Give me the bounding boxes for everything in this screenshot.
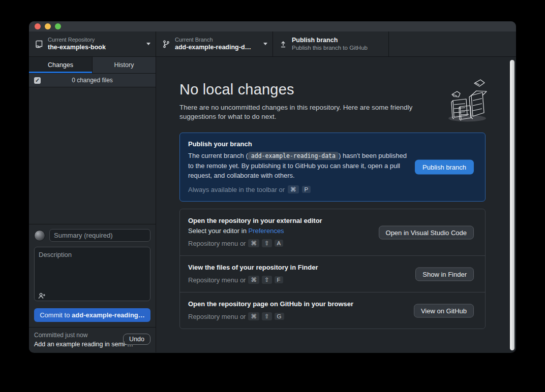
paper-stack-illustration	[445, 77, 489, 126]
footer-text: Always available in the toolbar or	[188, 186, 285, 193]
publish-branch-button[interactable]: Publish branch	[415, 160, 474, 175]
kbd-cmd: ⌘	[248, 239, 259, 247]
minimize-window-button[interactable]	[45, 23, 51, 29]
publish-card-body: The current branch (add-example-reading-…	[188, 151, 413, 180]
kbd-a: A	[275, 240, 284, 247]
commit-description-input[interactable]	[34, 247, 150, 301]
description-wrap	[34, 247, 150, 303]
sidebar-tabs: Changes History	[29, 57, 156, 74]
toolbar-empty-space	[389, 31, 516, 56]
publish-text: Publish branch Publish this branch to Gi…	[292, 36, 368, 52]
kbd-cmd: ⌘	[248, 276, 259, 284]
suggested-actions-list: Open the repository in your external edi…	[179, 209, 486, 329]
window-titlebar	[29, 21, 516, 31]
screenshot-stage: Current Repository the-examples-book Cur…	[0, 0, 545, 392]
commit-form: Commit to add-example-reading…	[29, 224, 156, 327]
shortcut-text: Repository menu or	[188, 313, 246, 320]
repo-name: the-examples-book	[48, 44, 106, 51]
commit-summary-input[interactable]	[49, 229, 150, 242]
suggestion-title: Open the repository in your external edi…	[188, 217, 477, 224]
chevron-down-icon	[146, 43, 150, 45]
kbd-cmd: ⌘	[248, 312, 259, 320]
chevron-down-icon	[263, 43, 267, 45]
kbd-shift: ⇧	[262, 276, 272, 284]
changed-files-header[interactable]: ✓ 0 changed files	[29, 74, 156, 87]
upload-arrow-icon	[279, 40, 287, 48]
kbd-shift: ⇧	[262, 312, 272, 320]
branch-label: Current Branch	[175, 37, 251, 43]
undo-commit-banner: Committed just now Add an example readin…	[29, 327, 156, 352]
commit-button-prefix: Commit to	[40, 311, 72, 319]
subtitle-text: Select your editor in	[188, 227, 249, 235]
kbd-g: G	[275, 313, 284, 320]
page-subtitle: There are no uncommitted changes in this…	[179, 103, 446, 121]
tab-history[interactable]: History	[92, 57, 156, 73]
commit-button[interactable]: Commit to add-example-reading…	[34, 308, 150, 322]
sidebar: Changes History ✓ 0 changed files	[29, 57, 156, 352]
branch-code-chip: add-example-reading-data	[248, 152, 339, 160]
publish-branch-card: Publish your branch The current branch (…	[179, 133, 486, 202]
publish-branch-toolbar-button[interactable]: Publish branch Publish this branch to Gi…	[273, 31, 389, 56]
content: Changes History ✓ 0 changed files	[29, 57, 516, 352]
publish-card-footer: Always available in the toolbar or ⌘ P	[188, 185, 477, 193]
current-repository-dropdown[interactable]: Current Repository the-examples-book	[29, 31, 156, 56]
add-coauthor-icon[interactable]	[38, 292, 46, 299]
current-branch-dropdown[interactable]: Current Branch add-example-reading-d…	[156, 31, 273, 56]
changed-files-count: 0 changed files	[29, 77, 156, 84]
git-branch-icon	[162, 40, 170, 48]
select-all-checkbox[interactable]: ✓	[34, 77, 41, 84]
close-window-button[interactable]	[35, 23, 41, 29]
repo-label: Current Repository	[48, 37, 106, 43]
repo-icon	[35, 40, 43, 48]
tab-changes[interactable]: Changes	[29, 57, 92, 73]
github-desktop-window: Current Repository the-examples-book Cur…	[29, 21, 516, 353]
publish-title: Publish branch	[292, 37, 368, 44]
shortcut-text: Repository menu or	[188, 276, 246, 284]
view-on-github-button[interactable]: View on GitHub	[414, 304, 474, 317]
avatar	[34, 230, 45, 241]
suggestion-open-editor: Open the repository in your external edi…	[180, 209, 485, 255]
main-panel: No local changes There are no uncommitte…	[156, 57, 516, 352]
vertical-scrollbar[interactable]	[510, 60, 514, 350]
open-in-vscode-button[interactable]: Open in Visual Studio Code	[379, 225, 474, 239]
body-before: The current branch (	[188, 152, 248, 159]
repo-text: Current Repository the-examples-book	[48, 37, 106, 51]
suggestion-show-in-finder: View the files of your repository in Fin…	[180, 255, 485, 292]
suggestion-view-on-github: Open the repository page on GitHub in yo…	[180, 292, 485, 329]
kbd-p: P	[302, 186, 311, 193]
changed-files-list	[29, 87, 156, 224]
publish-subtitle: Publish this branch to GitHub	[292, 45, 368, 52]
branch-name: add-example-reading-d…	[175, 44, 251, 51]
shortcut-text: Repository menu or	[188, 240, 246, 247]
publish-card-title: Publish your branch	[188, 140, 477, 148]
undo-button[interactable]: Undo	[123, 334, 150, 345]
branch-text: Current Branch add-example-reading-d…	[175, 37, 251, 51]
show-in-finder-button[interactable]: Show in Finder	[415, 267, 474, 281]
page-title: No local changes	[179, 81, 486, 98]
toolbar: Current Repository the-examples-book Cur…	[29, 31, 516, 57]
kbd-f: F	[275, 276, 283, 283]
preferences-link[interactable]: Preferences	[249, 227, 284, 235]
kbd-shift: ⇧	[262, 239, 272, 247]
kbd-cmd: ⌘	[288, 185, 299, 193]
summary-row	[34, 229, 150, 242]
maximize-window-button[interactable]	[55, 23, 61, 29]
suggestion-shortcut: Repository menu or ⌘ ⇧ A	[188, 239, 477, 247]
no-changes-view: No local changes There are no uncommitte…	[179, 81, 486, 329]
commit-button-branch: add-example-reading…	[72, 311, 145, 319]
